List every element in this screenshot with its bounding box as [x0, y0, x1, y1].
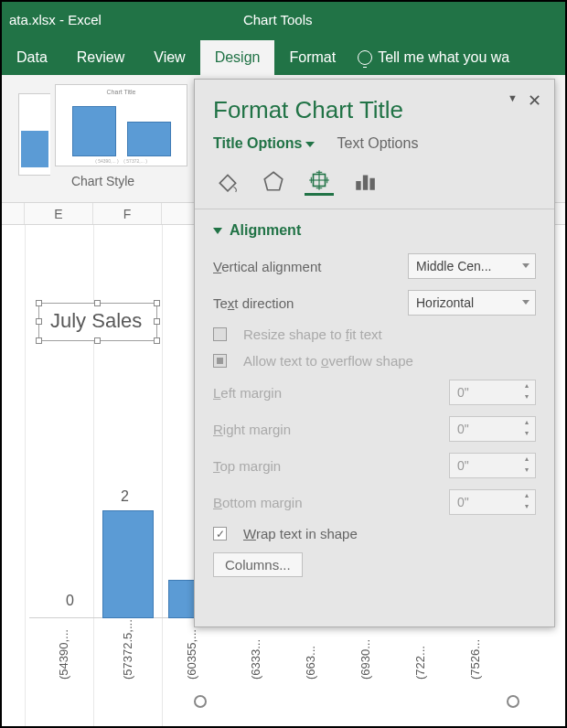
resize-handle[interactable] [36, 300, 42, 306]
resize-shape-checkbox [213, 327, 227, 341]
section-alignment[interactable]: Alignment [195, 209, 554, 248]
x-tick-label: (663... [304, 646, 317, 680]
select-value: Horizontal [416, 295, 474, 310]
right-margin-label: Right margin [213, 422, 440, 437]
text-direction-label: Text direction [213, 295, 399, 311]
left-margin-input: 0"▴▾ [449, 380, 536, 405]
resize-handle[interactable] [154, 318, 160, 325]
size-properties-icon[interactable] [305, 166, 334, 196]
group-label-chart-styles: Chart Style [18, 174, 187, 188]
chart-bar[interactable] [102, 510, 154, 618]
pane-options-button[interactable]: ▼ [508, 92, 518, 103]
tell-me-label: Tell me what you wa [378, 49, 509, 66]
section-label: Alignment [230, 222, 301, 239]
tab-title-options-label: Title Options [213, 135, 302, 151]
tab-text-options[interactable]: Text Options [337, 135, 418, 152]
x-tick-label: (57372.5,... [121, 619, 134, 680]
resize-handle[interactable] [36, 337, 42, 344]
spin-value: 0" [457, 422, 469, 436]
bottom-margin-label: Bottom margin [213, 495, 440, 510]
bottom-margin-input: 0"▴▾ [449, 489, 536, 515]
resize-handle[interactable] [94, 337, 101, 344]
spin-value: 0" [457, 495, 469, 509]
wrap-text-checkbox[interactable]: ✓ [213, 527, 227, 541]
left-margin-label: Left margin [213, 385, 440, 401]
right-margin-input: 0"▴▾ [449, 416, 536, 442]
x-tick-label: (60355,... [185, 629, 198, 680]
x-tick-label: (7526... [468, 639, 482, 680]
top-margin-label: Top margin [213, 458, 440, 474]
tell-me-search[interactable]: Tell me what you wa [350, 40, 517, 75]
resize-handle[interactable] [36, 318, 42, 325]
tab-title-options[interactable]: Title Options [213, 135, 315, 152]
x-tick-label: (6930... [358, 639, 372, 680]
thumb-title: Chart Title [56, 89, 187, 95]
resize-handle[interactable] [154, 337, 160, 344]
pane-title: Format Chart Title [213, 96, 536, 124]
resize-shape-label: Resize shape to fit text [243, 327, 536, 342]
tab-review[interactable]: Review [62, 40, 139, 75]
x-tick-label: (6333... [249, 639, 262, 680]
chevron-down-icon [305, 142, 315, 147]
svg-rect-9 [363, 176, 368, 190]
spin-value: 0" [457, 385, 469, 400]
top-margin-input: 0"▴▾ [449, 453, 536, 478]
chart-title-text: July Sales [39, 304, 156, 338]
resize-handle[interactable] [94, 300, 101, 306]
svg-marker-0 [264, 172, 283, 190]
overflow-label: Allow text to overflow shape [243, 353, 536, 369]
chart-style-thumb[interactable]: Chart Title ( 54390,... ) ( 57372,... ) [55, 84, 187, 166]
tab-format[interactable]: Format [274, 40, 350, 75]
chart-options-icon[interactable] [350, 166, 380, 196]
collapse-icon [213, 228, 222, 234]
format-chart-title-pane: ▼ ✕ Format Chart Title Title Options Tex… [194, 79, 555, 627]
close-pane-button[interactable]: ✕ [528, 91, 541, 111]
title-bar: ata.xlsx - Excel Chart Tools [2, 2, 565, 37]
spin-value: 0" [457, 458, 469, 473]
chart-resize-handle[interactable] [507, 695, 519, 708]
vertical-alignment-label: Vertical alignment [213, 259, 399, 274]
chart-title-box[interactable]: July Sales [38, 303, 157, 341]
pane-category-icons [195, 161, 554, 209]
svg-rect-10 [369, 178, 374, 190]
vertical-alignment-select[interactable]: Middle Cen... [408, 253, 536, 279]
chart-styles-group: Chart Title ( 54390,... ) ( 57372,... ) … [18, 84, 187, 188]
resize-handle[interactable] [154, 300, 160, 306]
chevron-down-icon [522, 300, 530, 305]
x-tick-label: (722... [413, 646, 427, 680]
bar-label: 2 [121, 488, 129, 505]
svg-rect-8 [356, 181, 360, 190]
chart-resize-handle[interactable] [194, 695, 207, 708]
chevron-down-icon [522, 263, 530, 268]
fill-line-icon[interactable] [213, 166, 242, 196]
thumb-axis: ( 54390,... ) ( 57372,... ) [56, 158, 187, 164]
tab-view[interactable]: View [139, 40, 199, 75]
column-header-e[interactable]: E [25, 203, 93, 224]
chart-style-thumb-partial[interactable] [18, 93, 50, 176]
column-header-f[interactable]: F [93, 203, 162, 224]
tab-design[interactable]: Design [200, 40, 275, 75]
columns-button[interactable]: Columns... [213, 552, 303, 577]
tab-data[interactable]: Data [2, 40, 62, 75]
ribbon-tabs: Data Review View Design Format Tell me w… [2, 37, 565, 75]
contextual-tools-label: Chart Tools [243, 12, 313, 27]
text-direction-select[interactable]: Horizontal [408, 290, 536, 316]
overflow-checkbox [213, 354, 227, 368]
x-tick-label: (54390,... [57, 629, 70, 680]
bar-label: 0 [66, 593, 74, 609]
select-value: Middle Cen... [416, 259, 491, 273]
lightbulb-icon [358, 50, 372, 65]
wrap-text-label: Wrap text in shape [243, 526, 536, 541]
window-title: ata.xlsx - Excel [2, 12, 102, 27]
effects-icon[interactable] [259, 166, 288, 196]
